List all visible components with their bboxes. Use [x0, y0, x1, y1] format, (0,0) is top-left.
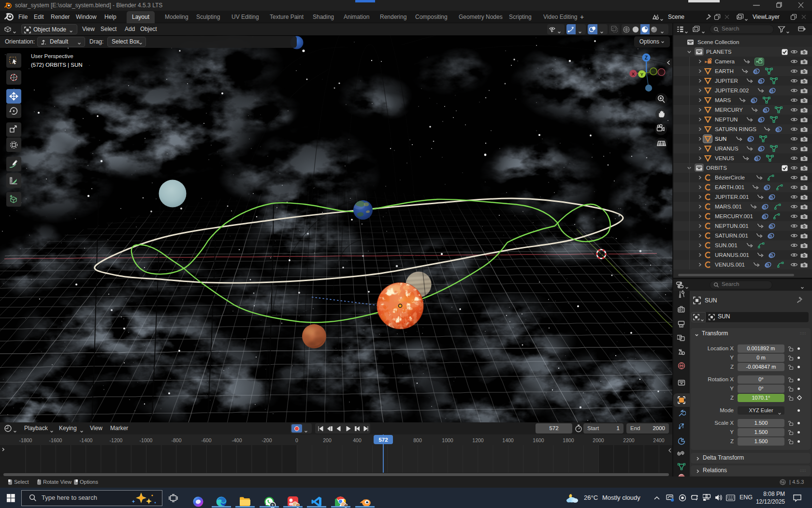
svg-text:1200: 1200: [472, 437, 484, 443]
svg-text:2200: 2200: [623, 437, 635, 443]
svg-text:-1800: -1800: [19, 437, 32, 443]
svg-text:-1600: -1600: [49, 437, 62, 443]
svg-text:572: 572: [378, 437, 388, 443]
svg-text:Y: Y: [640, 72, 644, 77]
svg-text:2400: 2400: [653, 437, 665, 443]
svg-text:-200: -200: [261, 437, 272, 443]
svg-text:200: 200: [323, 437, 332, 443]
svg-text:-1200: -1200: [110, 437, 123, 443]
svg-text:-400: -400: [232, 437, 242, 443]
svg-text:400: 400: [353, 437, 362, 443]
svg-text:-600: -600: [201, 437, 211, 443]
svg-text:0: 0: [295, 437, 298, 443]
svg-text:800: 800: [413, 437, 422, 443]
svg-text:-1400: -1400: [80, 437, 93, 443]
svg-text:-1000: -1000: [140, 437, 153, 443]
svg-text:1400: 1400: [502, 437, 514, 443]
svg-text:X: X: [632, 71, 635, 76]
svg-text:Z: Z: [645, 55, 648, 60]
svg-text:1600: 1600: [533, 437, 544, 443]
svg-text:2000: 2000: [593, 437, 604, 443]
svg-text:1000: 1000: [442, 437, 453, 443]
svg-text:1800: 1800: [563, 437, 574, 443]
svg-text:-800: -800: [171, 437, 181, 443]
